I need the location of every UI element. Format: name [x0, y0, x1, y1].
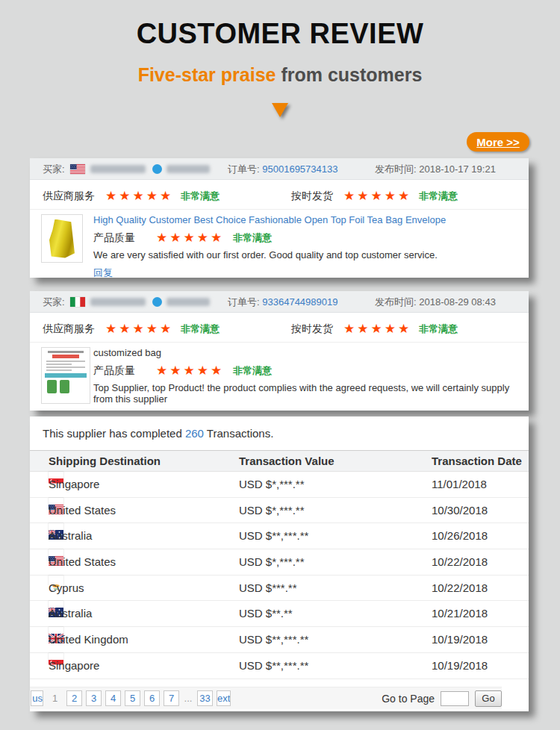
satisfied-badge: 非常满意: [419, 323, 458, 334]
order-info: 订单号: 95001695734133: [228, 158, 337, 180]
transaction-date: 10/30/2018: [432, 498, 488, 524]
transactions-table-body: Singapore USD $*,***.** 11/01/2018 Unite…: [30, 472, 529, 679]
column-shipping-destination: Shipping Destination: [49, 451, 161, 471]
country-name: Singapore: [49, 653, 99, 679]
transaction-date: 10/22/2018: [432, 575, 488, 602]
transaction-date: 10/19/2018: [432, 653, 488, 679]
product-title-link[interactable]: High Quality Customer Best Choice Fashio…: [93, 214, 446, 225]
transaction-value: USD $**,***.**: [239, 523, 308, 549]
page-button[interactable]: 3: [86, 690, 102, 706]
transaction-value: USD $**,***.**: [239, 653, 308, 679]
supplier-service-label: 供应商服务: [43, 322, 95, 334]
transaction-row: Cyprus USD $***.** 10/22/2018: [30, 575, 529, 602]
pagination-bar: us 1 234567 ... 33 ext Go to Page Go: [30, 687, 502, 709]
product-quality-label: 产品质量: [93, 364, 135, 376]
transaction-row: Singapore USD $**,***.** 10/19/2018: [30, 653, 529, 679]
buyer-label: 买家:: [43, 163, 65, 175]
on-time-shipment-rating: 按时发货★★★★★非常满意: [291, 188, 458, 204]
transaction-row: United States USD $*,***.** 10/22/2018: [30, 549, 529, 575]
order-number-link[interactable]: 95001695734133: [262, 163, 337, 175]
column-transaction-date: Transaction Date: [432, 451, 522, 471]
publish-time-label: 发布时间:: [375, 163, 417, 175]
star-rating-icon: ★★★★★: [105, 189, 173, 203]
transaction-value: USD $***.**: [239, 575, 297, 602]
publish-time: 发布时间: 2018-10-17 19:21: [375, 158, 496, 180]
country-name: United States: [49, 498, 116, 524]
buyer-info: 买家:: [43, 291, 210, 313]
transaction-row: United Kingdom USD $**,***.** 10/19/2018: [30, 627, 529, 653]
page-button[interactable]: 7: [164, 690, 179, 706]
review-comment: We are very satisfied with our first ord…: [93, 249, 518, 261]
transaction-row: Australia USD $**,***.** 10/26/2018: [30, 523, 529, 549]
page-button[interactable]: 2: [66, 690, 82, 706]
satisfied-badge: 非常满意: [181, 190, 220, 202]
blurred-chat-label: [167, 165, 210, 173]
invoice-table-band: [45, 373, 87, 378]
page-button[interactable]: 4: [105, 690, 121, 706]
page-button[interactable]: 6: [144, 690, 160, 706]
star-rating-icon: ★★★★★: [343, 322, 411, 336]
transactions-table-header: Shipping Destination Transaction Value T…: [30, 450, 529, 472]
buyer-info: 买家:: [43, 158, 210, 180]
review-header: 买家: 订单号: 93364744989019 发布时间: 2018-08-29…: [30, 291, 529, 313]
reply-link[interactable]: 回复: [93, 267, 113, 278]
invoice-product-photos: [45, 379, 87, 394]
transaction-date: 10/26/2018: [432, 523, 488, 549]
buyer-label: 买家:: [43, 296, 65, 308]
ratings-row: 供应商服务★★★★★非常满意 按时发货★★★★★非常满意: [30, 313, 529, 343]
review-card: 买家: 订单号: 95001695734133 发布时间: 2018-10-17…: [30, 158, 529, 278]
subtitle-rest: from customers: [276, 64, 422, 85]
order-label: 订单号:: [228, 296, 260, 308]
publish-time: 发布时间: 2018-08-29 08:43: [375, 291, 496, 313]
next-page-button[interactable]: ext: [217, 690, 231, 706]
supplier-service-rating: 供应商服务★★★★★非常满意: [43, 188, 220, 204]
product-quality-rating: 产品质量★★★★★非常满意: [93, 230, 518, 246]
invoice-header-line: [48, 351, 84, 353]
more-button[interactable]: More >>: [467, 132, 529, 152]
satisfied-badge: 非常满意: [419, 190, 458, 202]
transaction-value: USD $**,***.**: [239, 627, 308, 653]
product-image-gold-bag[interactable]: [41, 214, 83, 263]
transaction-row: United States USD $*,***.** 10/30/2018: [30, 498, 529, 524]
customer-review-page: CUSTOMER REVIEW Five-star praise from cu…: [0, 0, 560, 730]
chat-icon[interactable]: [152, 297, 162, 307]
publish-time-value: 2018-08-29 08:43: [419, 296, 496, 308]
blurred-buyer-name: [90, 298, 146, 306]
goto-page-group: Go to Page Go: [382, 690, 502, 707]
transaction-date: 10/22/2018: [432, 549, 488, 575]
transaction-date: 10/19/2018: [432, 627, 488, 653]
invoice-title-bar: [52, 355, 79, 358]
product-title: customized bag: [93, 347, 161, 358]
publish-time-value: 2018-10-17 19:21: [419, 163, 496, 175]
last-page-button[interactable]: 33: [197, 690, 213, 706]
country-name: Australia: [49, 523, 92, 549]
transaction-value: USD $*,***.**: [239, 472, 305, 498]
publish-time-label: 发布时间:: [375, 296, 417, 308]
order-number-link[interactable]: 93364744989019: [262, 296, 337, 308]
blurred-buyer-name: [90, 165, 146, 173]
go-button[interactable]: Go: [475, 690, 502, 707]
gold-foil-bag-shape: [49, 219, 75, 258]
transaction-value: USD $**.**: [239, 601, 293, 627]
review-card: 买家: 订单号: 93364744989019 发布时间: 2018-08-29…: [30, 291, 529, 411]
product-review-block: customized bag 产品质量★★★★★非常满意 Top Supplie…: [30, 343, 529, 410]
transactions-summary: This supplier has completed 260 Transact…: [30, 417, 529, 440]
chat-icon[interactable]: [152, 164, 162, 174]
supplier-service-label: 供应商服务: [43, 190, 95, 202]
supplier-service-rating: 供应商服务★★★★★非常满意: [43, 321, 220, 337]
page-title: CUSTOMER REVIEW: [0, 18, 560, 50]
country-name: Singapore: [49, 472, 99, 498]
page-button[interactable]: 5: [125, 690, 140, 706]
on-time-shipment-label: 按时发货: [291, 322, 333, 334]
country-name: United Kingdom: [49, 627, 128, 653]
page-subtitle: Five-star praise from customers: [0, 64, 560, 86]
product-image-invoice[interactable]: [41, 347, 90, 404]
on-time-shipment-label: 按时发货: [291, 190, 333, 202]
review-comment: Top Supplier, top Product! the product c…: [93, 382, 518, 405]
star-rating-icon: ★★★★★: [156, 364, 224, 378]
previous-page-button[interactable]: us: [31, 690, 43, 706]
star-rating-icon: ★★★★★: [343, 189, 411, 203]
buyer-country-flag: [70, 164, 85, 174]
pagination-ellipsis: ...: [183, 690, 193, 706]
goto-page-input[interactable]: [441, 691, 469, 706]
